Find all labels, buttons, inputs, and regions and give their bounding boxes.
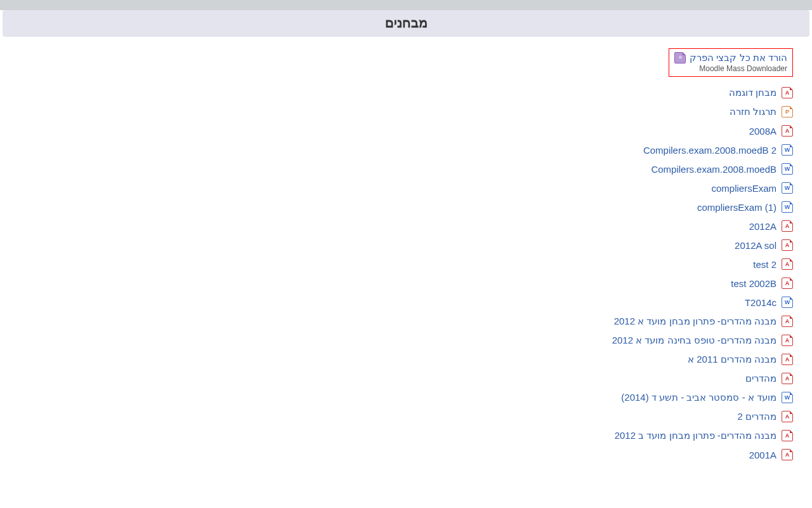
resource-link[interactable]: מבנה מהדרים- טופס בחינה מועד א 2012: [612, 335, 776, 346]
resource-link[interactable]: compliersExam (1): [697, 202, 776, 213]
resource-link[interactable]: מועד א - סמסטר אביב - תשע ד (2014): [621, 392, 776, 403]
list-item: Aמבנה מהדרים- טופס בחינה מועד א 2012: [6, 331, 793, 350]
resource-link[interactable]: 2012A: [749, 221, 776, 232]
pdf-icon: A: [782, 239, 793, 251]
pdf-icon: A: [782, 277, 793, 289]
resource-link[interactable]: 2012A sol: [735, 240, 776, 251]
resource-link[interactable]: Compilers.exam.2008.moedB: [651, 164, 776, 175]
resource-link[interactable]: מבנה מהדרים- פתרון מבחן מועד ב 2012: [615, 430, 776, 441]
list-item: Pתרגול חזרה: [6, 102, 793, 121]
list-item: Atest 2: [6, 255, 793, 274]
resource-link[interactable]: מהדרים 2: [737, 411, 776, 422]
list-item: Atest 2002B: [6, 274, 793, 293]
list-item: WCompilers.exam.2008.moedB: [6, 159, 793, 178]
download-all-link[interactable]: הורד את כל קבצי הפרק: [690, 51, 787, 64]
resource-link[interactable]: test 2002B: [731, 278, 776, 289]
list-item: Aמהדרים: [6, 369, 793, 388]
resource-list: Aמבחן דוגמהPתרגול חזרהA2008AWCompilers.e…: [6, 83, 793, 464]
pdf-icon: A: [782, 87, 793, 98]
resource-link[interactable]: 2008A: [749, 126, 776, 137]
list-item: Wמועד א - סמסטר אביב - תשע ד (2014): [6, 388, 793, 407]
download-all-box[interactable]: הורד את כל קבצי הפרק ≡ Moodle Mass Downl…: [669, 48, 793, 77]
resource-link[interactable]: מבנה מהדרים- פתרון מבחן מועד א 2012: [614, 316, 776, 327]
doc-icon: W: [782, 201, 793, 213]
resource-link[interactable]: מהדרים: [745, 373, 776, 384]
list-item: Aמהדרים 2: [6, 407, 793, 426]
doc-icon: W: [782, 144, 793, 156]
doc-icon: W: [782, 182, 793, 194]
list-item: Aמבנה מהדרים 2011 א: [6, 350, 793, 369]
list-item: Aמבנה מהדרים- פתרון מבחן מועד א 2012: [6, 312, 793, 331]
download-icon: ≡: [674, 52, 686, 64]
pdf-icon: A: [782, 354, 793, 365]
resource-link[interactable]: תרגול חזרה: [730, 106, 776, 117]
pdf-icon: A: [782, 411, 793, 422]
resource-link[interactable]: מבנה מהדרים 2011 א: [688, 354, 776, 365]
section-title: מבחנים: [385, 15, 428, 30]
pdf-icon: A: [782, 258, 793, 270]
resource-link[interactable]: מבחן דוגמה: [729, 87, 776, 98]
doc-icon: W: [782, 392, 793, 403]
download-all-subtitle: Moodle Mass Downloader: [674, 64, 787, 74]
list-item: WT2014c: [6, 293, 793, 312]
resource-link[interactable]: test 2: [753, 259, 776, 270]
resource-link[interactable]: 2001A: [749, 450, 776, 460]
list-item: WcompliersExam (1): [6, 197, 793, 217]
content-area: הורד את כל קבצי הפרק ≡ Moodle Mass Downl…: [0, 37, 812, 477]
resource-link[interactable]: Compilers.exam.2008.moedB 2: [643, 145, 776, 156]
pdf-icon: A: [782, 373, 793, 384]
pdf-icon: A: [782, 316, 793, 327]
doc-icon: W: [782, 163, 793, 175]
list-item: A2012A: [6, 217, 793, 236]
pdf-icon: A: [782, 220, 793, 232]
doc-icon: W: [782, 297, 793, 308]
pdf-icon: A: [782, 430, 793, 441]
list-item: A2012A sol: [6, 236, 793, 255]
list-item: Aמבחן דוגמה: [6, 83, 793, 102]
pdf-icon: A: [782, 449, 793, 460]
list-item: WcompliersExam: [6, 178, 793, 197]
top-bar: [0, 0, 812, 10]
ppt-icon: P: [782, 106, 793, 117]
list-item: A2008A: [6, 121, 793, 140]
list-item: A2001A: [6, 445, 793, 464]
list-item: Aמבנה מהדרים- פתרון מבחן מועד ב 2012: [6, 426, 793, 445]
list-item: WCompilers.exam.2008.moedB 2: [6, 140, 793, 159]
pdf-icon: A: [782, 125, 793, 137]
resource-link[interactable]: compliersExam: [711, 183, 776, 194]
pdf-icon: A: [782, 335, 793, 346]
resource-link[interactable]: T2014c: [745, 297, 776, 308]
section-header: מבחנים: [3, 10, 809, 37]
